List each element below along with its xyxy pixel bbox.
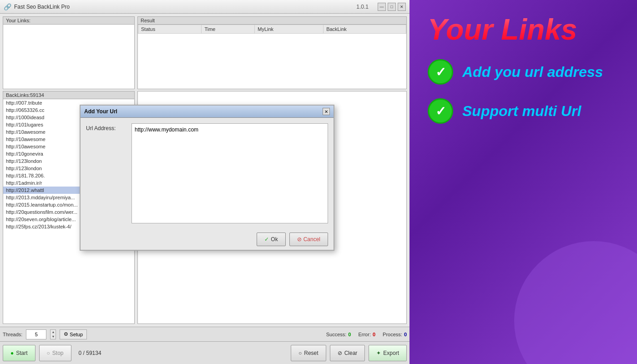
promo-item-1: ✓ Add you url address [428, 59, 603, 85]
action-bar: ● Start ○ Stop 0 / 59134 ○ Reset ⊘ Clear… [0, 341, 410, 364]
col-backlink: BackLink [324, 25, 406, 34]
url-address-input[interactable] [131, 123, 328, 223]
modal-title-bar: Add Your Url ✕ [81, 106, 334, 118]
cancel-icon: ⊘ [297, 236, 302, 243]
minimize-button[interactable]: — [378, 3, 386, 11]
stop-icon: ○ [47, 350, 50, 356]
threads-spinner[interactable]: ▲ ▼ [50, 329, 56, 339]
title-bar-controls: — □ ✕ [378, 3, 406, 11]
maximize-button[interactable]: □ [388, 3, 396, 11]
promo-text-2: Support multi Url [462, 103, 581, 120]
modal-title: Add Your Url [84, 108, 117, 115]
title-bar: 🔗 Fast Seo BackLink Pro 1.0.1 — □ ✕ [0, 0, 410, 14]
spinner-down[interactable]: ▼ [51, 334, 56, 339]
modal-cancel-button[interactable]: ⊘ Cancel [289, 233, 328, 246]
backlinks-count: BackLinks:59134 [3, 91, 134, 99]
threads-input[interactable] [26, 329, 46, 339]
export-icon: ✦ [376, 350, 381, 356]
modal-dialog: Add Your Url ✕ Url Address: ✓ Ok ⊘ Cance… [80, 105, 334, 251]
success-value: 0 [348, 332, 351, 337]
setup-button[interactable]: ⚙ Setup [60, 329, 87, 339]
reset-button[interactable]: ○ Reset [291, 345, 326, 361]
url-address-label: Url Address: [86, 123, 127, 223]
result-panel: Result Status Time MyLink BackLink [137, 16, 407, 89]
process-value: 0 [404, 332, 407, 337]
check-mark-2: ✓ [435, 104, 446, 119]
modal-ok-button[interactable]: ✓ Ok [257, 233, 285, 246]
setup-label: Setup [70, 332, 83, 337]
start-button[interactable]: ● Start [3, 345, 35, 361]
check-circle-1: ✓ [428, 59, 453, 85]
reset-label: Reset [304, 350, 318, 356]
your-links-textarea[interactable] [3, 25, 134, 89]
col-status: Status [138, 25, 202, 34]
stop-button[interactable]: ○ Stop [39, 345, 71, 361]
promo-title: Your Links [428, 14, 577, 46]
col-time: Time [202, 25, 255, 34]
cancel-label: Cancel [303, 236, 320, 243]
app-version: 1.0.1 [356, 4, 369, 10]
clear-icon: ⊘ [338, 350, 342, 356]
export-label: Export [383, 350, 399, 356]
modal-body: Url Address: [81, 118, 334, 229]
stop-label: Stop [52, 350, 64, 356]
title-bar-left: 🔗 Fast Seo BackLink Pro [4, 3, 70, 10]
promo-text-1: Add you url address [462, 64, 603, 81]
progress-label: 0 / 59134 [79, 350, 101, 356]
your-links-label: Your Links: [3, 17, 134, 25]
bottom-bar: Threads: ▲ ▼ ⚙ Setup Success: 0 Error: 0… [0, 327, 410, 341]
your-links-panel: Your Links: [3, 16, 135, 89]
modal-close-button[interactable]: ✕ [323, 108, 330, 115]
error-value: 0 [373, 332, 375, 337]
status-group: Success: 0 Error: 0 Process: 0 [326, 332, 407, 337]
check-mark-1: ✓ [435, 65, 446, 80]
setup-icon: ⚙ [64, 331, 68, 337]
result-header: Result [138, 17, 406, 25]
modal-footer: ✓ Ok ⊘ Cancel [81, 229, 334, 250]
top-section: Your Links: Result Status Time MyLink Ba… [3, 16, 407, 89]
process-label: Process: [383, 332, 402, 337]
clear-button[interactable]: ⊘ Clear [330, 345, 365, 361]
promo-item-2: ✓ Support multi Url [428, 98, 581, 124]
app-title: Fast Seo BackLink Pro [14, 4, 70, 10]
spinner-up[interactable]: ▲ [51, 330, 56, 334]
close-button[interactable]: ✕ [398, 3, 406, 11]
error-label: Error: [358, 332, 371, 337]
result-table: Status Time MyLink BackLink [138, 25, 406, 34]
app-window: 🔗 Fast Seo BackLink Pro 1.0.1 — □ ✕ Your… [0, 0, 410, 364]
check-circle-2: ✓ [428, 98, 453, 124]
export-button[interactable]: ✦ Export [369, 345, 407, 361]
clear-label: Clear [344, 350, 358, 356]
ok-label: Ok [271, 236, 278, 243]
start-icon: ● [10, 350, 14, 356]
success-label: Success: [326, 332, 347, 337]
promo-panel: Your Links ✓ Add you url address ✓ Suppo… [410, 0, 637, 364]
start-label: Start [16, 350, 27, 356]
col-mylink: MyLink [255, 25, 324, 34]
ok-icon: ✓ [264, 236, 269, 243]
reset-icon: ○ [298, 350, 302, 356]
threads-label: Threads: [3, 332, 22, 337]
app-icon: 🔗 [4, 3, 11, 10]
